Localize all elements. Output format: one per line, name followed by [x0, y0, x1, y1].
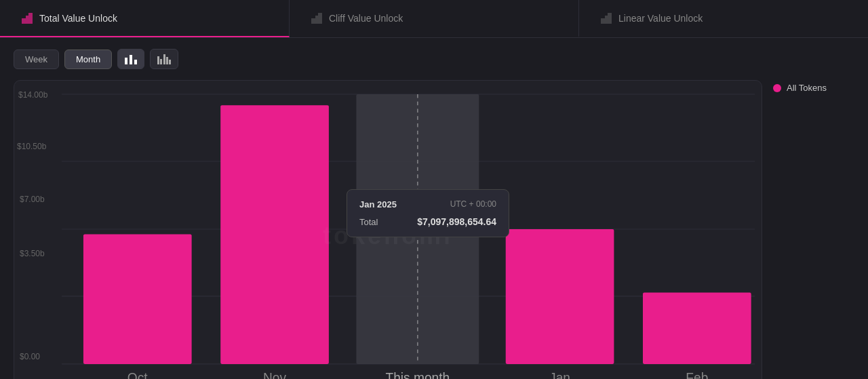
linear-value-icon — [601, 13, 612, 24]
y-label-7b: $7.00b — [20, 195, 45, 204]
tab-total-value-unlock[interactable]: Total Value Unlock — [0, 0, 290, 37]
svg-rect-5 — [134, 60, 137, 64]
week-button[interactable]: Week — [14, 49, 59, 69]
svg-rect-17 — [220, 105, 329, 364]
month-button[interactable]: Month — [64, 49, 112, 69]
y-label-14b: $14.00b — [18, 90, 47, 100]
svg-rect-3 — [125, 58, 127, 64]
cliff-value-icon — [311, 13, 322, 24]
legend-label-all-tokens: All Tokens — [787, 83, 827, 93]
svg-text:Nov: Nov — [263, 371, 286, 379]
content-area: Week Month — [0, 38, 868, 379]
svg-text:This month: This month — [385, 371, 450, 379]
svg-text:Jan: Jan — [549, 371, 570, 379]
bar-chart-icon — [125, 54, 137, 64]
tab-total-label: Total Value Unlock — [39, 13, 117, 24]
tab-bar: Total Value Unlock Cliff Value Unlock Li… — [0, 0, 868, 38]
tab-linear-label: Linear Value Unlock — [618, 13, 703, 24]
controls-row: Week Month — [14, 49, 854, 69]
svg-rect-10 — [169, 60, 171, 64]
legend-item-all-tokens: All Tokens — [773, 83, 854, 93]
tab-cliff-value-unlock[interactable]: Cliff Value Unlock — [290, 0, 579, 37]
svg-rect-19 — [506, 229, 614, 364]
y-label-10-5b: $10.50b — [17, 142, 46, 151]
svg-rect-6 — [157, 56, 159, 64]
chart-legend: All Tokens — [773, 80, 854, 379]
svg-marker-0 — [22, 13, 33, 24]
svg-marker-2 — [601, 13, 612, 24]
grouped-chart-button[interactable] — [150, 49, 178, 69]
svg-marker-1 — [311, 13, 322, 24]
chart-area: tokenomi — [14, 80, 762, 379]
svg-rect-9 — [166, 57, 168, 64]
svg-rect-4 — [130, 55, 132, 64]
tab-cliff-label: Cliff Value Unlock — [329, 13, 403, 24]
svg-rect-7 — [160, 59, 162, 64]
y-label-0: $0.00 — [20, 352, 40, 361]
svg-rect-16 — [83, 234, 192, 363]
legend-dot-all-tokens — [773, 84, 781, 92]
total-value-icon — [22, 13, 33, 24]
svg-text:Oct: Oct — [127, 371, 148, 379]
y-label-3-5b: $3.50b — [20, 249, 45, 258]
bar-chart-button[interactable] — [117, 49, 144, 69]
svg-rect-20 — [643, 293, 751, 364]
tab-linear-value-unlock[interactable]: Linear Value Unlock — [579, 0, 868, 37]
chart-wrapper: tokenomi — [14, 80, 854, 379]
app-container: Total Value Unlock Cliff Value Unlock Li… — [0, 0, 868, 379]
svg-rect-8 — [163, 54, 165, 64]
chart-svg: Oct Nov This month Jan Feb — [62, 94, 755, 364]
svg-text:Feb: Feb — [686, 371, 708, 379]
grouped-chart-icon — [157, 54, 171, 64]
